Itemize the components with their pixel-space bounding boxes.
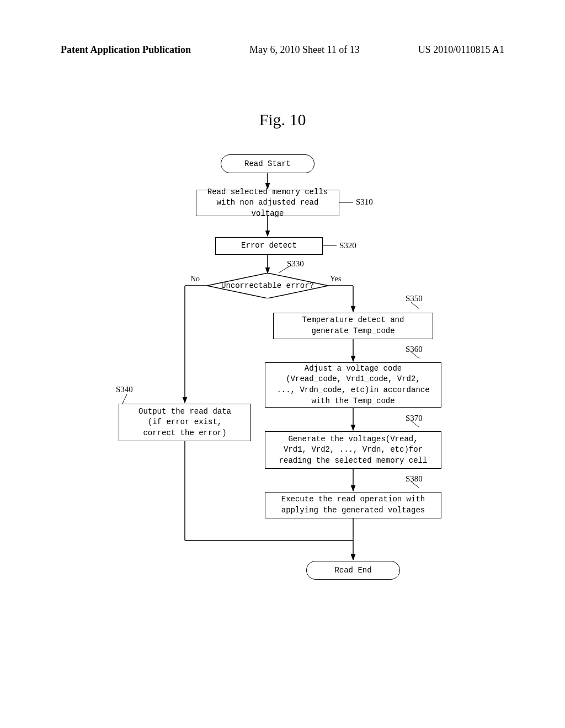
process-s350-text: Temperature detect and generate Temp_cod… <box>302 315 404 336</box>
header-left: Patent Application Publication <box>61 44 191 56</box>
flowchart: Read Start Read selected memory cells wi… <box>55 149 510 645</box>
header-right: US 2010/0110815 A1 <box>418 44 504 56</box>
label-s320: S320 <box>339 241 356 250</box>
label-s340: S340 <box>116 385 133 394</box>
process-s310: Read selected memory cells with non adju… <box>196 190 339 216</box>
label-s330: S330 <box>287 259 304 269</box>
header-mid: May 6, 2010 Sheet 11 of 13 <box>249 44 360 56</box>
label-s310: S310 <box>356 197 373 207</box>
process-s320: Error detect <box>215 237 323 255</box>
figure-title: Fig. 10 <box>0 110 565 129</box>
process-s320-text: Error detect <box>241 240 297 251</box>
decision-no-label: No <box>190 275 200 283</box>
terminator-start: Read Start <box>221 154 315 173</box>
page-header: Patent Application Publication May 6, 20… <box>0 44 565 56</box>
terminator-end: Read End <box>306 561 400 580</box>
label-s360: S360 <box>406 345 423 354</box>
decision-yes-label: Yes <box>330 275 341 283</box>
terminator-start-text: Read Start <box>244 159 291 168</box>
process-s360: Adjust a voltage code (Vread_code, Vrd1_… <box>265 362 441 408</box>
decision-s330: Uncorrectable error? <box>207 273 328 298</box>
process-s360-text: Adjust a voltage code (Vread_code, Vrd1_… <box>276 363 429 406</box>
page: Patent Application Publication May 6, 20… <box>0 0 565 728</box>
label-s370: S370 <box>406 414 423 423</box>
terminator-end-text: Read End <box>334 566 371 575</box>
process-s370-text: Generate the voltages(Vread, Vrd1, Vrd2,… <box>279 434 428 467</box>
process-s380-text: Execute the read operation with applying… <box>281 494 425 516</box>
label-s350: S350 <box>406 294 423 303</box>
process-s350: Temperature detect and generate Temp_cod… <box>273 313 433 339</box>
process-s310-text: Read selected memory cells with non adju… <box>201 187 334 220</box>
process-s380: Execute the read operation with applying… <box>265 492 441 518</box>
process-s340-text: Output the read data (if error exist, co… <box>138 406 231 439</box>
process-s340: Output the read data (if error exist, co… <box>119 404 251 441</box>
process-s370: Generate the voltages(Vread, Vrd1, Vrd2,… <box>265 431 441 469</box>
label-s380: S380 <box>406 474 423 484</box>
decision-s330-text: Uncorrectable error? <box>207 281 328 290</box>
